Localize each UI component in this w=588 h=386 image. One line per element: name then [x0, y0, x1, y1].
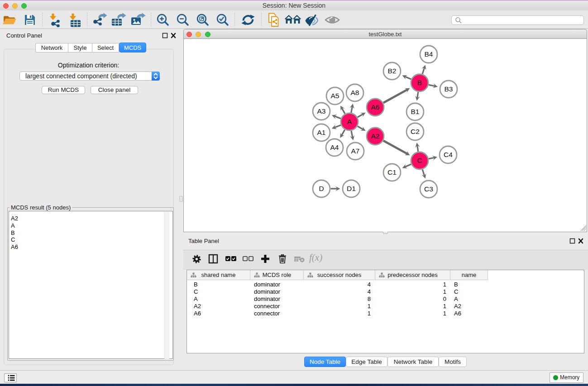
svg-text:A6: A6: [371, 103, 380, 111]
svg-text:A1: A1: [317, 129, 326, 136]
svg-text:D1: D1: [347, 185, 356, 192]
svg-text:A4: A4: [330, 143, 339, 151]
svg-text:B4: B4: [425, 50, 433, 58]
svg-text:C: C: [417, 157, 422, 164]
svg-text:D: D: [319, 185, 324, 192]
svg-text:B: B: [417, 79, 422, 86]
svg-text:A5: A5: [331, 92, 339, 100]
svg-text:A8: A8: [351, 89, 359, 96]
svg-text:A3: A3: [317, 107, 326, 115]
svg-text:B3: B3: [445, 85, 453, 93]
svg-text:A: A: [347, 118, 352, 125]
svg-text:C2: C2: [411, 128, 420, 135]
svg-text:A2: A2: [371, 132, 380, 140]
svg-text:C3: C3: [424, 185, 433, 193]
svg-text:A7: A7: [351, 147, 360, 155]
svg-text:B1: B1: [411, 108, 420, 115]
svg-text:B2: B2: [388, 67, 397, 75]
svg-text:C1: C1: [387, 168, 397, 176]
svg-text:C4: C4: [444, 151, 453, 158]
